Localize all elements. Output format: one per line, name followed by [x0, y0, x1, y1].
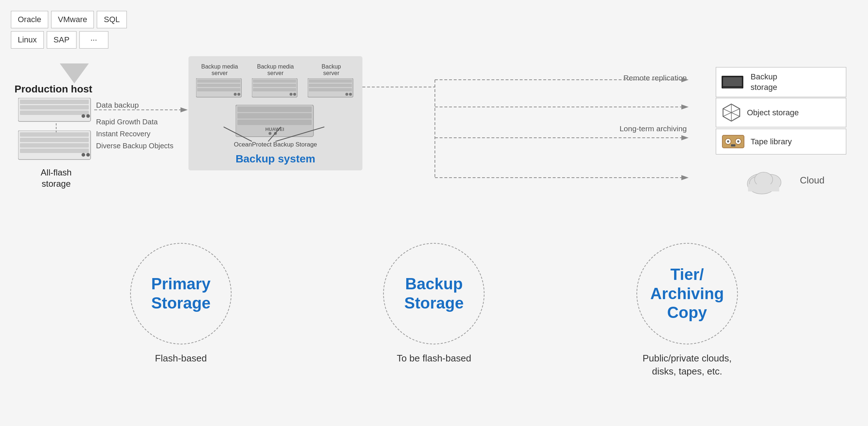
dots-box: ··· [79, 31, 108, 49]
svg-rect-55 [748, 184, 779, 191]
svg-rect-3 [20, 111, 89, 115]
primary-storage-sublabel: Flash-based [155, 352, 207, 365]
primary-storage-circle: PrimaryStorage [130, 243, 232, 344]
linux-box: Linux [11, 31, 44, 49]
svg-point-5 [86, 114, 90, 118]
main-container: Oracle VMware SQL Linux SAP ··· Producti… [0, 0, 868, 426]
backup-storage-box: Backupstorage [716, 67, 846, 97]
media-server-3-svg [308, 78, 355, 99]
svg-rect-15 [197, 84, 240, 87]
cloud-option: Cloud [744, 165, 825, 196]
svg-point-37 [274, 132, 277, 135]
sql-box: SQL [97, 11, 126, 28]
svg-rect-8 [20, 138, 89, 142]
oceanprotect-unit: HUAWEI OceanProtect Backup Storage [194, 105, 357, 148]
tier-archiving-circle: Tier/ArchivingCopy [636, 243, 738, 344]
media-server-3: Backupserver [308, 63, 355, 99]
media-server-1-label: Backup mediaserver [201, 63, 238, 76]
backup-storage-icon [722, 75, 745, 90]
svg-text:HUAWEI: HUAWEI [265, 127, 284, 132]
media-servers-row: Backup mediaserver Backup mediaserver [194, 63, 357, 99]
svg-rect-14 [197, 79, 240, 83]
long-term-archiving-label: Long-term archiving [619, 123, 687, 134]
tier-archiving-text: Tier/ArchivingCopy [650, 265, 724, 322]
production-host-server [18, 98, 94, 123]
backup-storage-text: BackupStorage [404, 274, 464, 313]
svg-point-4 [82, 114, 85, 118]
svg-rect-27 [309, 84, 352, 87]
object-storage-box: Object storage [716, 98, 846, 127]
svg-rect-20 [253, 79, 296, 83]
app-row-2: Linux SAP ··· [11, 31, 127, 49]
svg-rect-32 [237, 107, 312, 112]
svg-point-49 [737, 140, 739, 142]
oceanprotect-svg: HUAWEI [236, 105, 315, 139]
production-host-label: Production host [14, 83, 92, 95]
bottom-section: PrimaryStorage Flash-based BackupStorage… [0, 236, 868, 424]
svg-rect-1 [20, 100, 89, 104]
svg-rect-28 [309, 88, 352, 91]
svg-rect-16 [197, 88, 240, 91]
svg-point-17 [234, 93, 237, 96]
backup-storage-circle: BackupStorage [383, 243, 485, 344]
svg-rect-22 [253, 88, 296, 91]
media-server-2-label: Backup mediaserver [257, 63, 294, 76]
object-storage-icon [722, 103, 742, 123]
app-row-1: Oracle VMware SQL [11, 11, 127, 28]
vmware-box: VMware [51, 11, 94, 28]
primary-storage-item: PrimaryStorage Flash-based [130, 243, 232, 365]
cloud-icon [744, 165, 791, 196]
object-storage-label: Object storage [747, 108, 799, 117]
data-backup-label: Data backup [96, 101, 139, 109]
svg-rect-7 [20, 132, 89, 137]
svg-point-47 [727, 140, 729, 142]
backup-system-label: Backup system [194, 153, 357, 165]
media-server-1-svg [196, 78, 243, 99]
svg-rect-34 [237, 120, 312, 125]
svg-rect-10 [20, 149, 89, 153]
media-server-3-label: Backupserver [321, 63, 341, 76]
arrow-down [60, 63, 89, 83]
svg-point-23 [290, 93, 292, 96]
sap-box: SAP [47, 31, 76, 49]
svg-point-12 [86, 153, 90, 157]
oceanprotect-label: OceanProtect Backup Storage [234, 141, 317, 148]
svg-rect-21 [253, 84, 296, 87]
all-flash-server [18, 131, 94, 163]
svg-rect-9 [20, 143, 89, 148]
backup-storage-item: BackupStorage To be flash-based [383, 243, 485, 365]
info-text: Rapid Growth Data Instant Recovery Diver… [96, 116, 173, 152]
cloud-label: Cloud [800, 175, 825, 186]
svg-rect-40 [723, 87, 742, 88]
svg-rect-26 [309, 79, 352, 83]
backup-storage-sublabel: To be flash-based [397, 352, 471, 365]
app-boxes: Oracle VMware SQL Linux SAP ··· [11, 11, 127, 51]
svg-point-29 [345, 93, 348, 96]
media-server-1: Backup mediaserver [196, 63, 243, 99]
remote-replication-label: Remote replication [623, 73, 687, 83]
media-server-2: Backup mediaserver [252, 63, 299, 99]
backup-storage-label: Backupstorage [751, 72, 777, 92]
svg-point-11 [82, 153, 85, 157]
tape-library-box: Tape library [716, 129, 846, 154]
backup-system-container: Backup mediaserver Backup mediaserver [188, 56, 362, 170]
svg-point-30 [349, 93, 352, 96]
svg-point-18 [237, 93, 240, 96]
svg-rect-33 [237, 113, 312, 119]
tape-library-icon [722, 133, 745, 150]
primary-storage-text: PrimaryStorage [151, 274, 211, 313]
svg-point-36 [269, 132, 271, 135]
tape-library-label: Tape library [751, 137, 792, 146]
svg-point-24 [293, 93, 296, 96]
svg-rect-2 [20, 105, 89, 109]
media-server-2-svg [252, 78, 299, 99]
oracle-box: Oracle [11, 11, 48, 28]
svg-rect-39 [723, 77, 742, 86]
svg-rect-50 [731, 144, 735, 146]
tier-archiving-item: Tier/ArchivingCopy Public/private clouds… [636, 243, 738, 378]
tier-archiving-sublabel: Public/private clouds,disks, tapes, etc. [643, 352, 732, 378]
all-flash-label: All-flashstorage [20, 167, 92, 189]
